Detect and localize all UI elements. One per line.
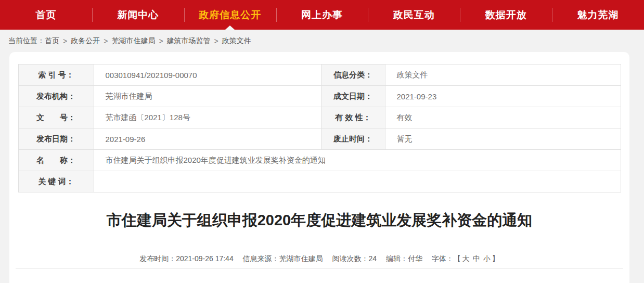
- breadcrumb-item-home[interactable]: 首页: [45, 36, 59, 46]
- editor: 编辑：付华: [386, 254, 422, 263]
- breadcrumb-item-policy-docs[interactable]: 政策文件: [222, 36, 251, 46]
- document-name-value: 市住建局关于组织申报2020年度促进建筑业发展奖补资金的通知: [94, 150, 621, 171]
- document-name-label: 名 称：: [18, 150, 94, 171]
- publish-date-value: 2021-09-26: [94, 128, 321, 150]
- nav-item-open-data[interactable]: 数据开放: [460, 0, 552, 30]
- bracket-open: 【: [454, 254, 461, 263]
- article-meta: 发布时间：2021-09-26 17:44 信息来源：芜湖市住建局 阅读次数：2…: [9, 254, 629, 264]
- issuing-agency-value: 芜湖市住建局: [94, 86, 321, 107]
- top-nav: 首页 新闻中心 政府信息公开 网上办事 政民互动 数据开放 魅力芜湖: [0, 0, 644, 30]
- table-row: 发布日期： 2021-09-26 废止时间： 暂无: [18, 128, 621, 150]
- publish-date-label: 发布日期：: [18, 128, 94, 150]
- keywords-value: [94, 171, 621, 192]
- font-size-small-button[interactable]: 小: [483, 254, 491, 263]
- breadcrumb: 当前位置： 首页 > 政务公开 > 芜湖市住建局 > 建筑市场监管 > 政策文件: [0, 30, 644, 52]
- read-count: 阅读次数：24: [332, 254, 377, 263]
- table-row: 索 引 号： 003010941/202109-00070 信息分类： 政策文件: [18, 65, 621, 86]
- nav-item-online-services[interactable]: 网上办事: [276, 0, 368, 30]
- breadcrumb-separator: >: [159, 37, 163, 45]
- nav-item-gov-info-disclosure[interactable]: 政府信息公开: [184, 0, 276, 30]
- repeal-date-value: 暂无: [385, 128, 621, 150]
- validity-label: 有 效 性：: [321, 107, 385, 128]
- index-number-value: 003010941/202109-00070: [94, 65, 321, 86]
- nav-item-news-center[interactable]: 新闻中心: [92, 0, 184, 30]
- publish-time: 发布时间：2021-09-26 17:44: [139, 254, 234, 263]
- breadcrumb-item-gov-affairs[interactable]: 政务公开: [71, 36, 100, 46]
- nav-item-public-interaction[interactable]: 政民互动: [368, 0, 460, 30]
- font-size-large-button[interactable]: 大: [462, 254, 470, 263]
- document-number-value: 芜市建函〔2021〕128号: [94, 107, 321, 128]
- breadcrumb-item-construction-market[interactable]: 建筑市场监管: [167, 36, 211, 46]
- divider: [16, 268, 623, 268]
- repeal-date-label: 废止时间：: [321, 128, 385, 150]
- breadcrumb-prefix: 当前位置：: [8, 36, 45, 46]
- info-source: 信息来源：芜湖市住建局: [243, 254, 323, 263]
- breadcrumb-separator: >: [104, 37, 108, 45]
- nav-item-home[interactable]: 首页: [0, 0, 92, 30]
- document-info-table: 索 引 号： 003010941/202109-00070 信息分类： 政策文件…: [18, 64, 621, 192]
- breadcrumb-separator: >: [63, 37, 67, 45]
- keywords-label: 关 键 词：: [18, 171, 94, 192]
- table-row: 名 称： 市住建局关于组织申报2020年度促进建筑业发展奖补资金的通知: [18, 150, 621, 171]
- table-row: 发布机构： 芜湖市住建局 成文日期： 2021-09-23: [18, 86, 621, 107]
- validity-value: 有效: [385, 107, 621, 128]
- info-category-value: 政策文件: [385, 65, 621, 86]
- written-date-value: 2021-09-23: [385, 86, 621, 107]
- nav-item-charming-wuhu[interactable]: 魅力芜湖: [552, 0, 644, 30]
- font-size-medium-button[interactable]: 中: [473, 254, 480, 263]
- written-date-label: 成文日期：: [321, 86, 385, 107]
- content-panel: 索 引 号： 003010941/202109-00070 信息分类： 政策文件…: [9, 52, 629, 283]
- index-number-label: 索 引 号：: [18, 65, 94, 86]
- font-size-widget: 字体：【大中小】: [432, 254, 499, 263]
- info-category-label: 信息分类：: [321, 65, 385, 86]
- table-row: 文 号： 芜市建函〔2021〕128号 有 效 性： 有效: [18, 107, 621, 128]
- page-title: 市住建局关于组织申报2020年度促进建筑业发展奖补资金的通知: [9, 209, 629, 231]
- font-size-label: 字体：: [432, 254, 454, 263]
- bracket-close: 】: [492, 254, 499, 263]
- breadcrumb-separator: >: [214, 37, 218, 45]
- breadcrumb-item-wuhu-bureau[interactable]: 芜湖市住建局: [111, 36, 155, 46]
- document-number-label: 文 号：: [18, 107, 94, 128]
- table-row: 关 键 词：: [18, 171, 621, 192]
- issuing-agency-label: 发布机构：: [18, 86, 94, 107]
